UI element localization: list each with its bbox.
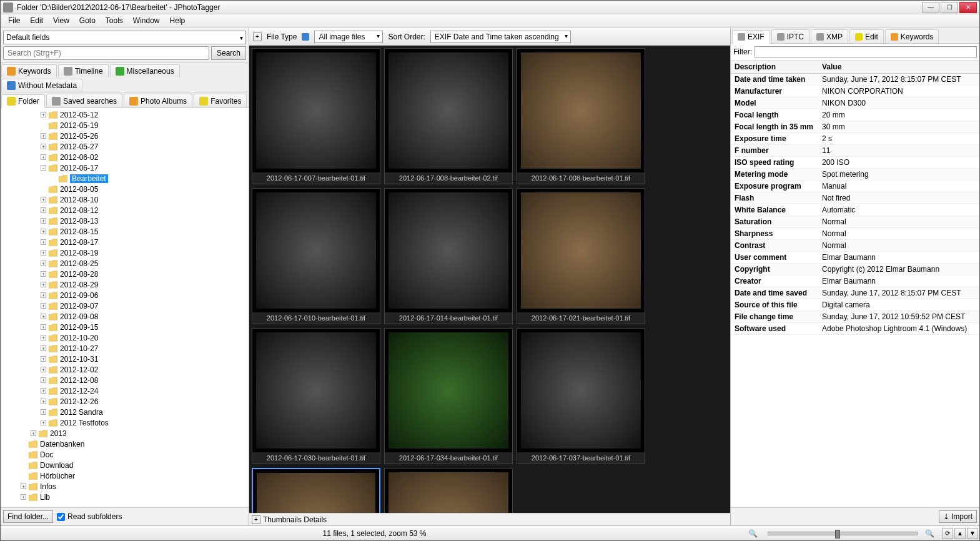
tree-twisty[interactable]: - xyxy=(41,165,46,171)
tree-twisty[interactable]: + xyxy=(41,282,46,287)
tree-node[interactable]: +2012-08-12 xyxy=(1,205,249,216)
tree-twisty[interactable]: + xyxy=(41,345,46,351)
metadata-tab-keywords[interactable]: Keywords xyxy=(885,29,939,43)
tree-node[interactable]: +2013 xyxy=(1,428,249,439)
exif-row[interactable]: CopyrightCopyright (c) 2012 Elmar Bauman… xyxy=(731,264,979,275)
minimize-button[interactable]: — xyxy=(922,2,939,13)
exif-row[interactable]: Metering modeSpot metering xyxy=(731,169,979,181)
tab-without-metadata[interactable]: Without Metadata xyxy=(1,79,82,92)
menu-view[interactable]: View xyxy=(48,14,74,27)
tree-node[interactable]: +2012-08-15 xyxy=(1,226,249,237)
tree-twisty[interactable]: + xyxy=(41,324,46,330)
field-selector-combo[interactable]: Default fields ▾ xyxy=(3,31,246,44)
tab-folder[interactable]: Folder xyxy=(1,94,45,108)
tree-node[interactable]: +2012-12-02 xyxy=(1,364,249,375)
maximize-button[interactable]: ☐ xyxy=(941,2,958,13)
tree-node[interactable]: +2012-12-26 xyxy=(1,396,249,407)
tree-twisty[interactable]: + xyxy=(41,420,46,425)
zoom-in-icon[interactable]: 🔍 xyxy=(925,529,934,538)
import-button[interactable]: ⤓ Import xyxy=(939,510,977,523)
exif-row[interactable]: Date and time takenSunday, June 17, 2012… xyxy=(731,74,979,86)
tree-twisty[interactable]: + xyxy=(41,377,46,383)
tree-twisty[interactable]: + xyxy=(31,430,36,436)
read-subfolders-input[interactable] xyxy=(57,513,65,521)
thumbnail[interactable]: 2012-06-17-010-bearbeitet-01.tif xyxy=(252,188,380,324)
tree-node[interactable]: +2012-09-08 xyxy=(1,311,249,322)
tree-twisty[interactable]: + xyxy=(41,133,46,139)
thumbnail[interactable]: 2012-06-17-021-bearbeitet-01.tif xyxy=(517,188,645,324)
menu-edit[interactable]: Edit xyxy=(25,14,48,27)
tree-node[interactable]: +2012-08-10 xyxy=(1,194,249,205)
tree-node[interactable]: +2012-09-07 xyxy=(1,300,249,311)
col-description[interactable]: Description xyxy=(731,61,818,74)
thumbnail[interactable]: 2012-06-17-034-bearbeitet-01.tif xyxy=(384,328,513,464)
tree-twisty[interactable]: + xyxy=(41,292,46,298)
tree-node[interactable]: +Infos xyxy=(1,481,249,492)
exif-filter-input[interactable] xyxy=(755,46,977,57)
tree-node[interactable]: Bearbeitet xyxy=(1,173,249,184)
metadata-tab-xmp[interactable]: XMP xyxy=(811,29,848,43)
tree-node[interactable]: Download xyxy=(1,460,249,470)
tab-saved-searches[interactable]: Saved searches xyxy=(46,94,122,107)
tree-node[interactable]: +2012-10-27 xyxy=(1,343,249,354)
exif-row[interactable]: File change timeSunday, June 17, 2012 10… xyxy=(731,311,979,323)
tree-twisty[interactable]: + xyxy=(41,112,46,117)
tree-node[interactable]: Datenbanken xyxy=(1,439,249,449)
tree-node[interactable]: +2012-09-15 xyxy=(1,322,249,332)
menu-window[interactable]: Window xyxy=(128,14,165,27)
tree-twisty[interactable]: + xyxy=(41,271,46,277)
thumbnail[interactable]: 2012-06-17-030-bearbeitet-01.tif xyxy=(252,328,380,464)
tree-twisty[interactable]: + xyxy=(41,229,46,234)
tree-twisty[interactable]: + xyxy=(41,250,46,256)
tree-node[interactable]: +2012-12-24 xyxy=(1,385,249,396)
tree-node[interactable]: +2012-05-27 xyxy=(1,141,249,152)
tree-node[interactable]: +2012-09-06 xyxy=(1,290,249,300)
status-up-button[interactable]: ▲ xyxy=(954,528,966,539)
exif-row[interactable]: Software usedAdobe Photoshop Lightroom 4… xyxy=(731,323,979,335)
exif-row[interactable]: Focal length in 35 mm30 mm xyxy=(731,121,979,133)
tree-node[interactable]: Hörbücher xyxy=(1,470,249,481)
tree-twisty[interactable]: + xyxy=(41,356,46,362)
tree-twisty[interactable]: + xyxy=(41,154,46,160)
thumbnail[interactable]: 2012-06-17-037-bearbeitet-01.tif xyxy=(517,328,645,464)
tab-favorites[interactable]: Favorites xyxy=(194,94,247,107)
menu-tools[interactable]: Tools xyxy=(101,14,128,27)
tab-timeline[interactable]: Timeline xyxy=(58,64,109,77)
tree-twisty[interactable]: + xyxy=(41,409,46,415)
metadata-tab-exif[interactable]: EXIF xyxy=(732,30,770,44)
tree-twisty[interactable]: + xyxy=(41,399,46,404)
tree-node[interactable]: +2012-08-29 xyxy=(1,279,249,290)
status-refresh-button[interactable]: ⟳ xyxy=(942,528,953,539)
thumbnail[interactable]: 2012-06-17-007-bearbeitet-01.tif xyxy=(252,48,380,184)
exif-row[interactable]: Focal length20 mm xyxy=(731,109,979,121)
menu-file[interactable]: File xyxy=(3,14,25,27)
tree-node[interactable]: +2012-12-08 xyxy=(1,375,249,385)
search-input[interactable] xyxy=(3,46,209,60)
exif-row[interactable]: Date and time savedSunday, June 17, 2012… xyxy=(731,287,979,299)
tree-node[interactable]: +2012-10-31 xyxy=(1,354,249,364)
tree-twisty[interactable]: + xyxy=(41,218,46,224)
col-value[interactable]: Value xyxy=(818,61,979,74)
tree-node[interactable]: +2012-08-13 xyxy=(1,216,249,226)
tree-node[interactable]: +2012-08-19 xyxy=(1,247,249,258)
folder-tree[interactable]: +2012-05-122012-05-19+2012-05-26+2012-05… xyxy=(1,108,249,507)
thumbnail[interactable]: 2012-06-17-040-bearbeitet-01.tif xyxy=(252,468,380,513)
zoom-slider[interactable] xyxy=(768,532,918,535)
sort-order-dropdown[interactable]: EXIF Date and Time taken ascending xyxy=(430,31,571,43)
tree-twisty[interactable]: + xyxy=(41,144,46,149)
tab-miscellaneous[interactable]: Miscellaneous xyxy=(110,64,180,77)
menu-goto[interactable]: Goto xyxy=(74,14,101,27)
tree-node[interactable]: +2012-06-02 xyxy=(1,152,249,162)
tree-node[interactable]: +2012 Sandra xyxy=(1,407,249,417)
thumbnail-area[interactable]: 2012-06-17-007-bearbeitet-01.tif2012-06-… xyxy=(249,46,730,513)
tree-node[interactable]: +Lib xyxy=(1,492,249,502)
tree-node[interactable]: +2012-05-12 xyxy=(1,109,249,120)
close-button[interactable]: ✕ xyxy=(959,2,977,13)
tree-node[interactable]: Doc xyxy=(1,449,249,460)
thumbnail[interactable]: 2012-06-17-008-bearbeitet-01.tif xyxy=(517,48,645,184)
exif-row[interactable]: SharpnessNormal xyxy=(731,228,979,240)
exif-row[interactable]: White BalanceAutomatic xyxy=(731,204,979,216)
exif-row[interactable]: User commentElmar Baumann xyxy=(731,252,979,264)
tree-node[interactable]: +2012-08-28 xyxy=(1,269,249,279)
tree-twisty[interactable]: + xyxy=(41,367,46,372)
